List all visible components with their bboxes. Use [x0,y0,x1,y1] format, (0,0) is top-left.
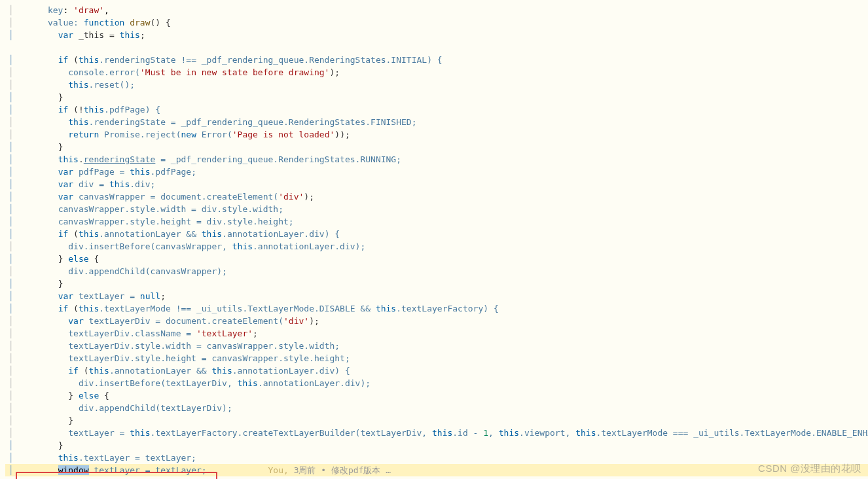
code-line: │ } else { [5,391,109,400]
code-line: │ var div = this.div; [5,179,155,189]
code-line: │ console.error('Must be in new state be… [5,67,340,77]
code-line: │ } [5,440,63,450]
blame-message: 修改pdf版本 … [331,465,391,475]
code-line: │ key: 'draw', [5,5,109,15]
code-line: │ if (this.annotationLayer && this.annot… [5,366,350,376]
code-line [5,43,17,52]
code-line: │ canvasWrapper.style.height = div.style… [5,217,294,226]
code-line: │ div.appendChild(canvasWrapper); [5,266,227,276]
code-line: │ var textLayerDiv = document.createElem… [5,316,319,326]
blame-author: You, [268,465,289,475]
code-line: │ if (this.textLayerMode !== _ui_utils.T… [5,304,499,313]
code-line: │ var textLayer = null; [5,291,166,301]
code-line: │ } [5,142,63,152]
code-line: │ textLayerDiv.style.width = canvasWrapp… [5,341,340,351]
code-line: │ } else { [5,254,99,264]
code-line: │ return Promise.reject(new Error('Page … [5,130,350,139]
code-line: │ div.appendChild(textLayerDiv); [5,403,232,413]
code-line: │ value: function draw() { [5,18,171,27]
code-line: │ div.insertBefore(canvasWrapper, this.a… [5,241,365,251]
code-line: │ var pdfPage = this.pdfPage; [5,167,196,177]
blame-time: 3周前 [294,465,316,475]
code-line: │ } [5,92,63,102]
code-block[interactable]: │ key: 'draw', │ value: function draw() … [0,0,868,479]
code-line: │ } [5,279,63,289]
code-line: │ this.renderingState = _pdf_rendering_q… [5,154,401,164]
code-line: │ var _this = this; [5,30,145,40]
code-line: │ var canvasWrapper = document.createEle… [5,192,314,202]
code-line: │ this.renderingState = _pdf_rendering_q… [5,117,417,127]
code-line: │ if (this.annotationLayer && this.annot… [5,229,340,239]
code-line: │ textLayerDiv.style.height = canvasWrap… [5,353,350,363]
code-line: │ textLayer = this.textLayerFactory.crea… [5,428,868,438]
code-line: │ div.insertBefore(textLayerDiv, this.an… [5,378,371,388]
code-line: │ textLayerDiv.className = 'textLayer'; [5,328,258,338]
code-line: │ } [5,416,73,425]
code-line: │ if (this.renderingState !== _pdf_rende… [5,55,443,65]
watermark: CSDN @没理由的花呗 [758,463,861,475]
code-line: │ canvasWrapper.style.width = div.style.… [5,204,283,214]
code-line: │ this.reset(); [5,80,135,90]
highlight-box [16,472,217,479]
code-line: │ if (!this.pdfPage) { [5,105,160,115]
code-line: │ this.textLayer = textLayer; [5,453,196,463]
